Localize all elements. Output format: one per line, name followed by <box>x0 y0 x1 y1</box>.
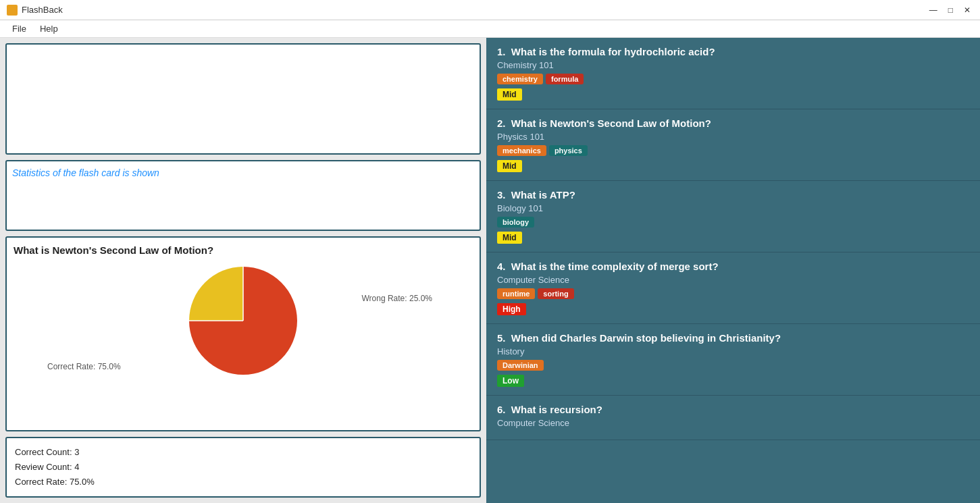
menu-help[interactable]: Help <box>33 22 65 35</box>
difficulty-badge: High <box>497 303 526 315</box>
chart-title: What is Newton's Second Law of Motion? <box>14 244 473 256</box>
correct-rate: Correct Rate: 75.0% <box>15 475 471 489</box>
card-title: 3. What is ATP? <box>497 189 969 201</box>
minimize-button[interactable]: — <box>927 5 940 15</box>
tag: formula <box>546 74 584 84</box>
chart-area: What is Newton's Second Law of Motion? <box>5 236 481 431</box>
correct-rate-label: Correct Rate: 75.0% <box>47 362 121 371</box>
card-category: Biology 101 <box>497 203 969 213</box>
window-controls: — □ ✕ <box>927 5 973 15</box>
card-tags: mechanicsphysics <box>497 145 969 156</box>
card-title: 5. When did Charles Darwin stop believin… <box>497 332 969 344</box>
wrong-rate-label: Wrong Rate: 25.0% <box>361 294 432 303</box>
answer-area <box>5 43 481 155</box>
app-title: FlashBack <box>22 5 927 15</box>
card-category: Chemistry 101 <box>497 60 969 70</box>
main-content: Statistics of the flash card is shown Wh… <box>0 38 980 503</box>
list-item[interactable]: 4. What is the time complexity of merge … <box>486 253 980 324</box>
pie-container: Correct Rate: 75.0% Wrong Rate: 25.0% <box>14 260 473 381</box>
card-category: Computer Science <box>497 418 969 428</box>
difficulty-badge: Mid <box>497 232 522 244</box>
card-tags: runtimesorting <box>497 288 969 299</box>
right-panel[interactable]: 1. What is the formula for hydrochloric … <box>486 38 980 503</box>
difficulty-badge: Mid <box>497 160 522 172</box>
title-bar: FlashBack — □ ✕ <box>0 0 980 20</box>
menu-file[interactable]: File <box>5 22 33 35</box>
maximize-button[interactable]: □ <box>946 5 956 15</box>
card-category: Physics 101 <box>497 132 969 142</box>
card-title: 6. What is recursion? <box>497 404 969 415</box>
card-category: Computer Science <box>497 275 969 285</box>
tag: mechanics <box>497 145 546 156</box>
answer-input[interactable] <box>12 50 474 148</box>
tag: Darwinian <box>497 360 544 371</box>
correct-count: Correct Count: 3 <box>15 445 471 460</box>
list-item[interactable]: 1. What is the formula for hydrochloric … <box>486 38 980 109</box>
app-icon <box>7 5 18 16</box>
tag: chemistry <box>497 74 543 84</box>
tag: runtime <box>497 288 535 299</box>
tag: physics <box>549 145 588 156</box>
stats-hint: Statistics of the flash card is shown <box>12 167 159 178</box>
card-title: 4. What is the time complexity of merge … <box>497 261 969 272</box>
tag: sorting <box>538 288 573 299</box>
menu-bar: File Help <box>0 20 980 38</box>
card-tags: biology <box>497 217 969 228</box>
tag: biology <box>497 217 534 228</box>
pie-chart <box>182 260 304 381</box>
left-panel: Statistics of the flash card is shown Wh… <box>0 38 486 503</box>
wrong-slice <box>189 267 243 321</box>
list-item[interactable]: 6. What is recursion? Computer Science <box>486 396 980 440</box>
card-title: 2. What is Newton's Second Law of Motion… <box>497 117 969 129</box>
list-item[interactable]: 2. What is Newton's Second Law of Motion… <box>486 109 980 181</box>
list-item[interactable]: 3. What is ATP? Biology 101 biology Mid <box>486 181 980 253</box>
stats-text-area: Statistics of the flash card is shown <box>5 160 481 231</box>
difficulty-badge: Low <box>497 375 524 387</box>
bottom-stats: Correct Count: 3 Review Count: 4 Correct… <box>5 437 481 498</box>
close-button[interactable]: ✕ <box>961 5 973 15</box>
review-count: Review Count: 4 <box>15 460 471 475</box>
difficulty-badge: Mid <box>497 88 522 101</box>
card-category: History <box>497 346 969 356</box>
card-tags: Darwinian <box>497 360 969 371</box>
card-tags: chemistryformula <box>497 74 969 84</box>
card-title: 1. What is the formula for hydrochloric … <box>497 46 969 57</box>
list-item[interactable]: 5. When did Charles Darwin stop believin… <box>486 324 980 396</box>
